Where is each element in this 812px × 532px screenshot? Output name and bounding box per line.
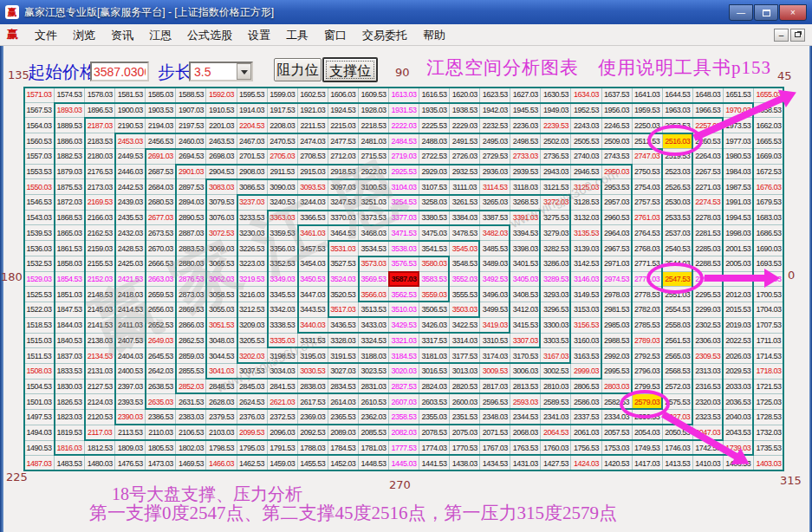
combo-dropdown-button[interactable] [237,63,251,80]
grid-cell: 1966.53 [693,103,724,119]
grid-cell: 3517.03 [328,302,359,318]
grid-cell: 1746.03 [663,441,693,457]
grid-cell: 2673.53 [146,225,176,241]
grid-cell: 2911.53 [268,165,298,180]
grid-cell: 3034.03 [268,364,298,380]
grid-cell: 1991.03 [724,195,754,211]
grid-cell: 1798.53 [206,441,237,457]
menu-item-4[interactable]: 公式选股 [179,27,240,43]
grid-cell: 2463.53 [206,133,237,149]
grid-cell: 2722.53 [419,149,450,165]
mdi-minimize-button[interactable]: – [774,29,789,42]
grid-cell: 1441.53 [419,456,450,471]
grid-cell: 2176.53 [85,165,115,180]
grid-cell: 1581.53 [115,88,146,103]
step-combobox[interactable]: 3.5 [189,62,253,81]
grid-cell: 3499.53 [480,302,510,318]
menu-item-1[interactable]: 浏览 [65,27,103,43]
grid-cell: 1977.03 [724,133,754,149]
grid-cell: 1847.53 [55,302,85,318]
grid-cell: 1455.53 [298,456,328,471]
grid-cell: 2838.03 [298,380,328,395]
menu-item-2[interactable]: 资讯 [103,27,141,43]
grid-cell: 3317.53 [419,334,450,349]
grid-cell: 1903.53 [146,103,176,119]
grid-cell: 1767.03 [480,441,510,457]
grid-cell: 3345.53 [268,287,298,302]
step-value: 3.5 [194,65,211,79]
grid-cell: 1998.03 [724,225,754,241]
grid-cell: 1809.03 [115,441,146,457]
grid-cell: 2222.03 [389,118,419,133]
grid-cell: 3188.03 [359,348,389,364]
app-logo-icon: 赢 [5,5,19,19]
grid-cell: 3524.03 [328,272,359,288]
grid-cell: 2362.03 [359,410,389,425]
grid-cell: 1669.03 [754,149,784,165]
menu-item-5[interactable]: 设置 [240,27,278,43]
menu-item-0[interactable]: 文件 [27,27,65,43]
grid-cell: 2187.03 [85,118,115,133]
grid-cell: 2894.03 [176,195,206,211]
grid-cell: 3233.53 [237,211,268,226]
grid-cell: 2428.53 [115,241,146,256]
grid-cell: 1504.53 [24,380,55,395]
minimize-button[interactable]: — [729,4,753,21]
grid-cell: 1434.53 [480,456,510,471]
grid-cell: 1550.03 [24,179,55,195]
grid-cell: 3531.03 [328,241,359,256]
start-price-input[interactable] [90,62,149,81]
menu-item-7[interactable]: 窗口 [316,27,354,43]
grid-cell: 1588.53 [176,88,206,103]
grid-cell: 2005.03 [724,256,754,272]
grid-cell: 3240.53 [268,195,298,211]
grid-cell: 1889.53 [55,118,85,133]
grid-cell: 1662.03 [754,118,784,133]
support-button[interactable]: 支撑位 [322,57,378,82]
grid-cell: 3275.53 [541,211,571,226]
grid-cell: 3177.53 [450,348,480,364]
grid-cell: 2873.03 [176,287,206,302]
grid-cell: 3363.03 [268,211,298,226]
grid-cell: 3366.53 [298,211,328,226]
grid-cell: 2775.03 [633,272,663,288]
menu-item-8[interactable]: 交易委托 [354,27,415,43]
grid-cell: 3251.03 [359,195,389,211]
grid-cell: 2582.53 [602,394,633,410]
grid-cell: 2264.03 [693,149,724,165]
angle-label-90: 90 [395,66,410,79]
grid-cell: 2519.53 [663,149,693,165]
grid-cell: 2071.53 [480,425,510,441]
grid-cell: 2764.53 [633,225,663,241]
grid-cell: 1427.53 [541,456,571,471]
grid-cell: 3440.03 [298,318,328,334]
menu-item-9[interactable]: 帮助 [415,27,453,43]
grid-cell: 3002.53 [541,364,571,380]
grid-cell: 2684.03 [146,179,176,195]
maximize-button[interactable] [754,4,778,21]
grid-cell: 2824.03 [419,380,450,395]
grid-cell: 3114.53 [480,179,510,195]
grid-cell: 3314.03 [450,334,480,349]
grid-cell: 3335.03 [268,334,298,349]
menu-item-3[interactable]: 江恩 [141,27,179,43]
close-button[interactable]: × [779,4,807,21]
grid-cell: 3163.53 [571,348,601,364]
grid-cell: 1438.03 [450,456,480,471]
resistance-button[interactable]: 阻力位 [274,58,322,81]
grid-cell: 1665.53 [754,133,784,149]
grid-cell: 3146.03 [571,272,601,288]
grid-cell: 1515.03 [24,334,55,349]
grid-cell: 1480.03 [85,456,115,471]
grid-cell: 3352.53 [268,256,298,272]
mdi-restore-button[interactable] [790,29,805,42]
grid-cell: 2120.53 [85,410,115,425]
grid-cell: 3566.03 [359,287,389,302]
grid-cell: 1529.03 [24,272,55,288]
menu-item-6[interactable]: 工具 [278,27,316,43]
grid-cell: 2061.03 [571,425,601,441]
grid-cell: 2253.53 [663,118,693,133]
grid-cell: 3247.53 [328,195,359,211]
grid-cell: 2915.03 [298,165,328,180]
grid-cell: 2817.03 [480,380,510,395]
